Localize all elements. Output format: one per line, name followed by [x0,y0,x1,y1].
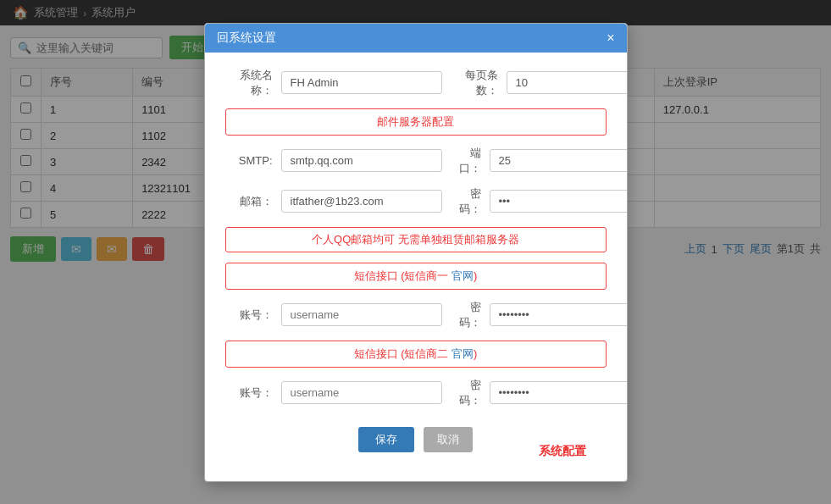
port-input[interactable] [490,149,627,172]
close-button[interactable]: × [607,31,614,45]
mail-password-input[interactable] [490,190,627,213]
modal-header: 回系统设置 × [205,24,627,53]
settings-modal: 回系统设置 × 系统名称： 每页条数： 邮件服务器配置 SMTP: 端口： [204,23,628,273]
smtp-label: SMTP: [225,154,273,167]
mail-password-label: 密码： [451,186,481,217]
notice-banner: 个人QQ邮箱均可 无需单独租赁邮箱服务器 [225,227,607,252]
modal-title: 回系统设置 [217,30,276,46]
smtp-row: SMTP: 端口： [225,146,607,176]
per-page-input[interactable] [507,71,627,94]
per-page-label: 每页条数： [451,68,498,98]
sms1-section-banner: 短信接口 (短信商一 官网) [225,263,607,273]
system-name-label: 系统名称： [225,68,273,98]
email-section-banner: 邮件服务器配置 [225,108,607,136]
sms1-link[interactable]: 官网 [452,269,474,273]
modal-body: 系统名称： 每页条数： 邮件服务器配置 SMTP: 端口： 邮箱： 密码： [205,53,627,273]
system-name-input[interactable] [281,71,442,94]
modal-overlay: 回系统设置 × 系统名称： 每页条数： 邮件服务器配置 SMTP: 端口： [0,0,831,272]
port-label: 端口： [451,146,481,176]
mailbox-input[interactable] [281,190,442,213]
mailbox-row: 邮箱： 密码： [225,186,607,217]
sms1-label-prefix: 短信接口 (短信商一 [354,269,452,273]
system-name-row: 系统名称： 每页条数： [225,68,607,98]
mailbox-label: 邮箱： [225,194,273,209]
sms1-label-suffix: ) [474,269,477,273]
smtp-input[interactable] [281,149,442,172]
